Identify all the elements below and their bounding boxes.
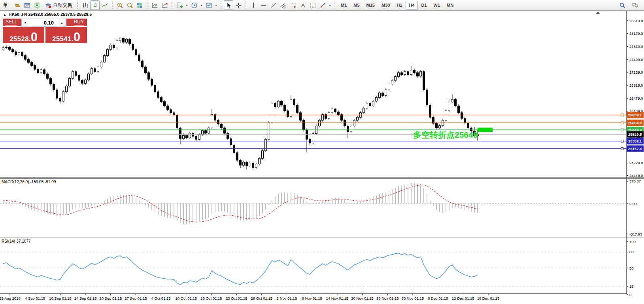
arrows-dropdown-caret[interactable]: ▾ bbox=[328, 4, 332, 7]
sell-button[interactable]: SELL bbox=[3, 19, 21, 26]
line-chart-button[interactable] bbox=[100, 0, 110, 10]
autotrading-button[interactable]: 自动交易 bbox=[42, 0, 75, 10]
candlestick-chart-button[interactable] bbox=[90, 0, 100, 10]
candle-body bbox=[252, 163, 254, 168]
search-button[interactable] bbox=[618, 0, 627, 10]
auto-scroll-button[interactable] bbox=[150, 0, 159, 10]
level-endpoint-handle bbox=[621, 114, 623, 116]
candle-body bbox=[404, 72, 406, 75]
candle-body bbox=[72, 72, 74, 78]
candle-body bbox=[467, 123, 469, 128]
candle-body bbox=[148, 73, 150, 79]
candle-body bbox=[78, 75, 80, 80]
candle-body bbox=[179, 128, 181, 139]
chat-button[interactable] bbox=[630, 0, 640, 10]
candle-body bbox=[176, 115, 178, 128]
candle-body bbox=[18, 53, 20, 55]
period-dropdown-caret[interactable]: ▾ bbox=[199, 4, 204, 7]
candle-body bbox=[350, 126, 352, 131]
candle-body bbox=[448, 102, 450, 111]
bar-chart-button[interactable] bbox=[80, 0, 90, 10]
candle-body bbox=[297, 105, 298, 112]
candle-body bbox=[455, 99, 457, 106]
candle-body bbox=[132, 44, 134, 49]
svg-text:T: T bbox=[312, 3, 314, 8]
collapse-arrow-icon[interactable]: ▲ bbox=[3, 13, 6, 17]
zoom-in-button[interactable] bbox=[115, 0, 125, 10]
candle-body bbox=[328, 113, 330, 118]
arrows-tool[interactable] bbox=[318, 0, 327, 10]
trendline-tool[interactable] bbox=[268, 0, 278, 10]
indicator-dropdown-caret[interactable]: ▾ bbox=[185, 4, 189, 7]
candle-body bbox=[410, 70, 412, 75]
timeframe-d1[interactable]: D1 bbox=[418, 1, 430, 10]
date-tick-label: 4 Oct 01:15 bbox=[151, 296, 171, 300]
toolbar-separator bbox=[112, 2, 113, 9]
volume-increase-button[interactable]: ▲ bbox=[58, 19, 66, 27]
price-tick-label: 26819.0 bbox=[629, 83, 643, 87]
left-partial-button[interactable]: 单 bbox=[3, 2, 8, 9]
candle-body bbox=[53, 84, 55, 90]
price-tick-label: 28179.0 bbox=[629, 31, 643, 36]
chart-area[interactable]: 28519.028179.027839.027499.027159.026819… bbox=[0, 0, 644, 304]
chart-shift-button[interactable] bbox=[160, 0, 169, 10]
candle-body bbox=[423, 72, 425, 90]
buy-button[interactable]: BUY bbox=[66, 19, 87, 26]
channel-tool[interactable]: E bbox=[278, 0, 288, 10]
timeframe-w1[interactable]: W1 bbox=[431, 1, 444, 10]
timeframe-m1[interactable]: M1 bbox=[338, 1, 350, 10]
candle-body bbox=[170, 110, 172, 113]
template-dropdown-caret[interactable]: ▾ bbox=[214, 4, 218, 7]
timeframe-mn[interactable]: MN bbox=[444, 1, 457, 10]
volume-input[interactable]: 0.10 bbox=[30, 19, 57, 27]
candle-body bbox=[290, 99, 292, 116]
date-axis: 29 Aug 20184 Sep 01:1510 Sep 01:1514 Sep… bbox=[0, 294, 499, 300]
candle-body bbox=[31, 63, 33, 66]
signals-icon[interactable] bbox=[32, 0, 42, 10]
candle-body bbox=[401, 73, 403, 75]
volume-decrease-button[interactable]: ▼ bbox=[21, 19, 29, 27]
candle-body bbox=[85, 80, 87, 84]
zoom-out-button[interactable] bbox=[125, 0, 134, 10]
period-button[interactable] bbox=[189, 0, 199, 10]
date-tick-label: 14 Sep 01:15 bbox=[74, 296, 97, 300]
candle-body bbox=[391, 80, 393, 84]
candle-body bbox=[357, 117, 359, 120]
add-indicator-button[interactable] bbox=[175, 0, 184, 10]
tile-windows-button[interactable] bbox=[135, 0, 144, 10]
timeframe-m30[interactable]: M30 bbox=[378, 1, 393, 10]
candle-body bbox=[154, 85, 156, 91]
fibonacci-tool[interactable]: F bbox=[288, 0, 298, 10]
timeframe-h1[interactable]: H1 bbox=[393, 1, 405, 10]
toolbar-separator bbox=[172, 2, 172, 9]
horizontal-line-tool[interactable] bbox=[259, 0, 268, 10]
date-tick-label: 20 Sep 01:15 bbox=[99, 296, 122, 300]
candle-body bbox=[37, 69, 39, 73]
timeframe-h4[interactable]: H4 bbox=[406, 1, 417, 10]
candle-body bbox=[161, 97, 162, 102]
timeframe-m15[interactable]: M15 bbox=[363, 1, 378, 10]
chart-symbol-period: HK50-,H4 bbox=[9, 12, 27, 17]
timeframe-m5[interactable]: M5 bbox=[350, 1, 363, 10]
candle-body bbox=[47, 74, 49, 79]
template-button[interactable] bbox=[204, 0, 213, 10]
date-tick-label: 2 Nov 01:15 bbox=[277, 296, 297, 300]
candle-body bbox=[278, 101, 280, 107]
text-label-tool[interactable]: T bbox=[308, 0, 317, 10]
svg-text:26039.1: 26039.1 bbox=[628, 113, 642, 117]
new-chart-icon[interactable] bbox=[12, 0, 22, 10]
cursor-tool-button[interactable] bbox=[224, 0, 233, 10]
buy-price-button[interactable]: 25541.0 bbox=[45, 27, 87, 43]
candle-body bbox=[382, 93, 384, 96]
candle-body bbox=[274, 103, 276, 107]
sell-price-button[interactable]: 25528.0 bbox=[3, 27, 44, 43]
candle-body bbox=[75, 72, 77, 76]
text-tool[interactable]: A bbox=[298, 0, 308, 10]
price-tick-label: 24779.0 bbox=[629, 161, 643, 165]
rsi-indicator-label: RSI(14) 37.1077 bbox=[2, 239, 30, 243]
crosshair-tool-button[interactable] bbox=[234, 0, 243, 10]
vertical-line-tool[interactable] bbox=[249, 0, 258, 10]
price-tick-label: 24449.0 bbox=[629, 173, 643, 178]
market-watch-icon[interactable] bbox=[22, 0, 32, 10]
gold-block-icon bbox=[14, 2, 21, 9]
